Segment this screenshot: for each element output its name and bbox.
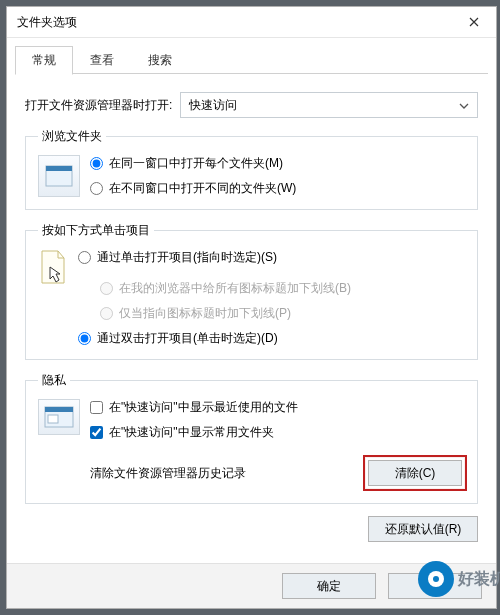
clear-history-label: 清除文件资源管理器历史记录 — [90, 465, 246, 482]
document-click-icon — [38, 249, 68, 288]
tab-bar: 常规 查看 搜索 — [7, 38, 496, 74]
dialog-footer: 确定 取消 应用(A) — [7, 563, 496, 608]
group-legend: 隐私 — [38, 372, 70, 389]
check-frequent-folders[interactable]: 在"快速访问"中显示常用文件夹 — [90, 424, 467, 441]
privacy-group: 隐私 在"快速访问"中显示最近使用的文件 在"快速访问"中显示常用文件夹 — [25, 372, 478, 504]
chevron-down-icon — [459, 98, 469, 112]
radio-underline-hover: 仅当指向图标标题时加下划线(P) — [100, 305, 351, 322]
clear-highlight: 清除(C) — [363, 455, 467, 491]
titlebar: 文件夹选项 — [7, 7, 496, 38]
radio-double-click[interactable]: 通过双击打开项目(单击时选定)(D) — [78, 330, 351, 347]
open-with-label: 打开文件资源管理器时打开: — [25, 97, 172, 114]
clear-button[interactable]: 清除(C) — [368, 460, 462, 486]
svg-rect-3 — [45, 407, 73, 412]
svg-rect-1 — [46, 166, 72, 171]
svg-rect-4 — [48, 415, 58, 423]
ok-button[interactable]: 确定 — [282, 573, 376, 599]
group-legend: 按如下方式单击项目 — [38, 222, 154, 239]
browse-folders-group: 浏览文件夹 在同一窗口中打开每个文件夹(M) 在不同窗口中打开不同的文件夹(W) — [25, 128, 478, 210]
cancel-button[interactable]: 取消 — [388, 573, 482, 599]
folder-thumb-icon — [38, 155, 80, 197]
restore-defaults-button[interactable]: 还原默认值(R) — [368, 516, 478, 542]
tab-view[interactable]: 查看 — [73, 46, 131, 74]
radio-diff-window[interactable]: 在不同窗口中打开不同的文件夹(W) — [90, 180, 296, 197]
group-legend: 浏览文件夹 — [38, 128, 106, 145]
check-recent-files[interactable]: 在"快速访问"中显示最近使用的文件 — [90, 399, 467, 416]
close-icon — [469, 17, 479, 27]
combo-value: 快速访问 — [189, 97, 237, 114]
radio-underline-all: 在我的浏览器中给所有图标标题加下划线(B) — [100, 280, 351, 297]
open-with-combo[interactable]: 快速访问 — [180, 92, 478, 118]
close-button[interactable] — [452, 7, 496, 37]
content-area: 打开文件资源管理器时打开: 快速访问 浏览文件夹 在同一窗口中打开每个文件夹(M… — [7, 74, 496, 504]
radio-single-click[interactable]: 通过单击打开项目(指向时选定)(S) — [78, 249, 351, 266]
radio-same-window[interactable]: 在同一窗口中打开每个文件夹(M) — [90, 155, 296, 172]
window-title: 文件夹选项 — [7, 14, 77, 31]
tab-search[interactable]: 搜索 — [131, 46, 189, 74]
click-items-group: 按如下方式单击项目 通过单击打开项目(指向时选定)(S) — [25, 222, 478, 360]
tab-general[interactable]: 常规 — [15, 46, 73, 75]
folder-options-dialog: 文件夹选项 常规 查看 搜索 打开文件资源管理器时打开: 快速访问 浏览文件夹 — [6, 6, 497, 609]
privacy-thumb-icon — [38, 399, 80, 435]
